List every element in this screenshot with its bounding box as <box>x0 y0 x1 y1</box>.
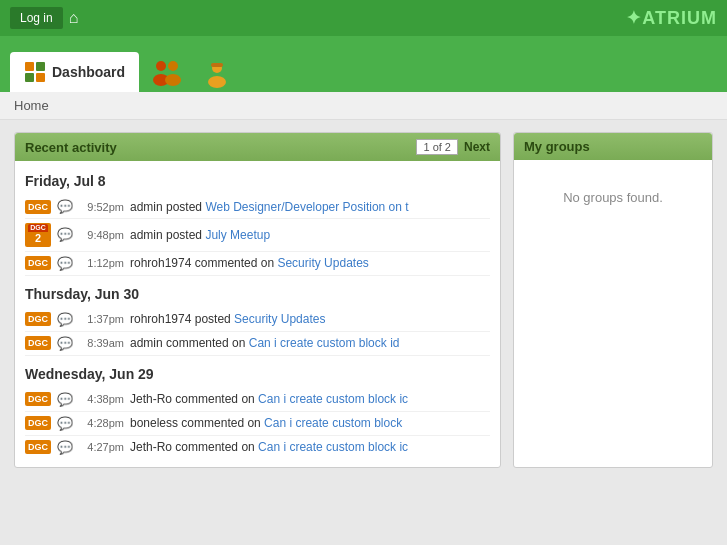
tab-dashboard[interactable]: Dashboard <box>10 52 139 92</box>
comment-icon: 💬 <box>57 416 73 431</box>
day-header-2: Wednesday, Jun 29 <box>25 366 490 382</box>
top-navigation: Log in ⌂ ✦ATRIUM <box>0 0 727 36</box>
activity-item: DGC💬1:37pmrohroh1974 posted Security Upd… <box>25 308 490 332</box>
breadcrumb-home[interactable]: Home <box>14 98 49 113</box>
activity-item: DGC💬9:52pmadmin posted Web Designer/Deve… <box>25 195 490 219</box>
activity-description: admin commented on Can i create custom b… <box>130 336 490 350</box>
tab-people[interactable] <box>143 56 191 92</box>
dgc-calendar-badge: DGC2 <box>25 223 51 247</box>
comment-icon: 💬 <box>57 392 73 407</box>
activity-item: DGC💬8:39amadmin commented on Can i creat… <box>25 332 490 356</box>
svg-point-6 <box>168 61 178 71</box>
svg-rect-10 <box>211 63 223 67</box>
svg-rect-2 <box>25 73 34 82</box>
login-button[interactable]: Log in <box>10 7 63 29</box>
groups-empty-text: No groups found. <box>563 190 663 205</box>
comment-icon: 💬 <box>57 227 73 242</box>
activity-user: admin posted <box>130 228 205 242</box>
dgc-badge: DGC <box>25 256 51 270</box>
comment-icon: 💬 <box>57 199 73 214</box>
comment-icon: 💬 <box>57 336 73 351</box>
activity-link[interactable]: Can i create custom block ic <box>258 392 408 406</box>
svg-point-9 <box>208 76 226 88</box>
activity-description: Jeth-Ro commented on Can i create custom… <box>130 440 490 454</box>
groups-panel-header: My groups <box>514 133 712 160</box>
next-link[interactable]: Next <box>464 140 490 154</box>
activity-user: Jeth-Ro commented on <box>130 440 258 454</box>
svg-point-7 <box>165 74 181 86</box>
activity-link[interactable]: Web Designer/Developer Position on t <box>205 200 408 214</box>
activity-user: admin posted <box>130 200 205 214</box>
activity-user: rohroh1974 commented on <box>130 256 277 270</box>
dgc-badge: DGC <box>25 200 51 214</box>
person-icon <box>201 58 233 90</box>
day-header-0: Friday, Jul 8 <box>25 173 490 189</box>
activity-link[interactable]: Security Updates <box>277 256 368 270</box>
activity-link[interactable]: Can i create custom block <box>264 416 402 430</box>
activity-description: rohroh1974 posted Security Updates <box>130 312 490 326</box>
logo-highlight: ✦A <box>626 8 655 28</box>
activity-link[interactable]: Can i create custom block ic <box>258 440 408 454</box>
activity-item: DGC2💬9:48pmadmin posted July Meetup <box>25 219 490 252</box>
activity-description: admin posted Web Designer/Developer Posi… <box>130 200 490 214</box>
activity-time: 8:39am <box>79 337 124 349</box>
svg-rect-0 <box>25 62 34 71</box>
comment-icon: 💬 <box>57 256 73 271</box>
people-icon <box>149 58 185 90</box>
activity-description: rohroh1974 commented on Security Updates <box>130 256 490 270</box>
activity-item: DGC💬4:27pmJeth-Ro commented on Can i cre… <box>25 436 490 459</box>
comment-icon: 💬 <box>57 440 73 455</box>
activity-user: boneless commented on <box>130 416 264 430</box>
activity-item: DGC💬4:28pmboneless commented on Can i cr… <box>25 412 490 436</box>
activity-user: admin commented on <box>130 336 249 350</box>
activity-item: DGC💬1:12pmrohroh1974 commented on Securi… <box>25 252 490 276</box>
dgc-badge: DGC <box>25 416 51 430</box>
top-nav-left: Log in ⌂ <box>10 7 78 29</box>
comment-icon: 💬 <box>57 312 73 327</box>
main-content: Recent activity 1 of 2 Next Friday, Jul … <box>0 120 727 480</box>
activity-link[interactable]: Security Updates <box>234 312 325 326</box>
activity-time: 9:52pm <box>79 201 124 213</box>
breadcrumb: Home <box>0 92 727 120</box>
tab-bar: Dashboard <box>0 36 727 92</box>
activity-body: Friday, Jul 8DGC💬9:52pmadmin posted Web … <box>15 161 500 467</box>
activity-panel: Recent activity 1 of 2 Next Friday, Jul … <box>14 132 501 468</box>
svg-point-4 <box>156 61 166 71</box>
home-icon[interactable]: ⌂ <box>69 9 79 27</box>
activity-description: Jeth-Ro commented on Can i create custom… <box>130 392 490 406</box>
activity-time: 1:37pm <box>79 313 124 325</box>
dgc-badge: DGC <box>25 336 51 350</box>
tab-dashboard-label: Dashboard <box>52 64 125 80</box>
svg-rect-1 <box>36 62 45 71</box>
activity-panel-header: Recent activity 1 of 2 Next <box>15 133 500 161</box>
activity-user: Jeth-Ro commented on <box>130 392 258 406</box>
activity-time: 1:12pm <box>79 257 124 269</box>
dgc-badge: DGC <box>25 440 51 454</box>
tab-person[interactable] <box>195 56 239 92</box>
dashboard-tab-icon <box>24 61 46 83</box>
page-indicator: 1 of 2 <box>416 139 458 155</box>
activity-user: rohroh1974 posted <box>130 312 234 326</box>
day-header-1: Thursday, Jun 30 <box>25 286 490 302</box>
svg-rect-3 <box>36 73 45 82</box>
activity-item: DGC💬4:38pmJeth-Ro commented on Can i cre… <box>25 388 490 412</box>
activity-link[interactable]: July Meetup <box>205 228 270 242</box>
groups-body: No groups found. <box>514 160 712 235</box>
activity-time: 4:27pm <box>79 441 124 453</box>
activity-time: 9:48pm <box>79 229 124 241</box>
dgc-badge: DGC <box>25 312 51 326</box>
activity-title: Recent activity <box>25 140 117 155</box>
activity-time: 4:28pm <box>79 417 124 429</box>
dgc-badge: DGC <box>25 392 51 406</box>
groups-panel: My groups No groups found. <box>513 132 713 468</box>
groups-title: My groups <box>524 139 590 154</box>
atrium-logo: ✦ATRIUM <box>626 7 717 29</box>
activity-description: admin posted July Meetup <box>130 228 490 242</box>
activity-time: 4:38pm <box>79 393 124 405</box>
activity-link[interactable]: Can i create custom block id <box>249 336 400 350</box>
activity-description: boneless commented on Can i create custo… <box>130 416 490 430</box>
activity-pagination: 1 of 2 Next <box>416 139 490 155</box>
logo-text: TRIUM <box>655 8 717 28</box>
